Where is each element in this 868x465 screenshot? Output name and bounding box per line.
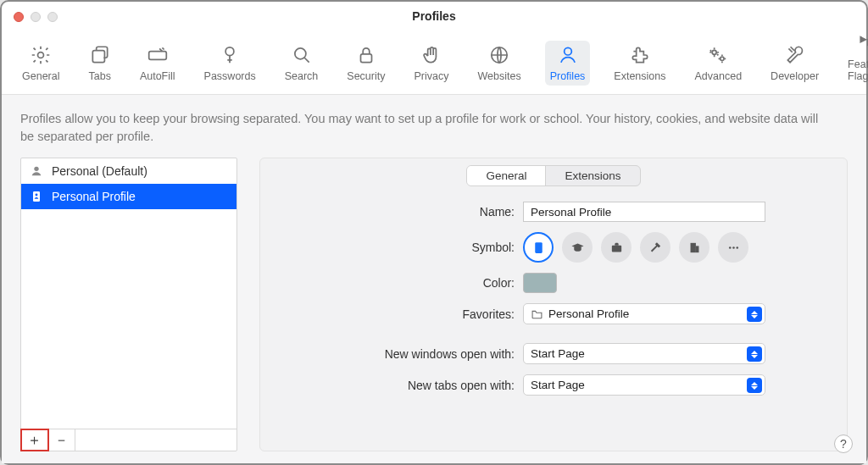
body-row: Personal (Default) Personal Profile ＋ － … xyxy=(20,158,848,451)
svg-rect-15 xyxy=(690,242,695,252)
color-swatch[interactable] xyxy=(523,273,557,293)
symbol-graduation[interactable] xyxy=(562,232,593,263)
content-area: Profiles allow you to keep your browsing… xyxy=(2,95,866,463)
chevron-up-down-icon xyxy=(747,346,762,362)
profile-name-input[interactable] xyxy=(523,202,765,222)
svg-rect-19 xyxy=(691,246,692,247)
svg-rect-20 xyxy=(693,246,694,247)
toolbar-tabs[interactable]: Tabs xyxy=(83,41,115,86)
new-windows-label: New windows open with: xyxy=(277,347,515,361)
toolbar-privacy[interactable]: Privacy xyxy=(409,41,453,86)
svg-point-0 xyxy=(38,53,44,58)
add-profile-button[interactable]: ＋ xyxy=(21,429,48,451)
profiles-sidebar: Personal (Default) Personal Profile ＋ － xyxy=(20,158,237,451)
toolbar-profiles[interactable]: Profiles xyxy=(545,41,591,86)
profile-form: Name: Symbol: xyxy=(277,202,830,396)
toolbar-feature-flags[interactable]: Feature Flags xyxy=(843,29,868,86)
svg-rect-14 xyxy=(611,245,620,252)
person-icon xyxy=(557,44,579,66)
svg-point-9 xyxy=(721,57,724,60)
favorites-label: Favorites: xyxy=(277,307,515,321)
toolbar-passwords[interactable]: Passwords xyxy=(199,41,261,86)
toolbar-advanced[interactable]: Advanced xyxy=(690,41,748,86)
close-window-button[interactable] xyxy=(14,12,24,22)
briefcase-icon xyxy=(609,241,624,255)
color-label: Color: xyxy=(277,276,515,290)
svg-rect-11 xyxy=(33,191,40,202)
chevron-up-down-icon xyxy=(747,307,762,322)
tools-icon xyxy=(784,44,806,66)
svg-rect-16 xyxy=(695,246,698,252)
svg-point-23 xyxy=(736,246,738,249)
svg-point-12 xyxy=(36,194,38,197)
flags-icon xyxy=(855,32,868,54)
svg-rect-13 xyxy=(535,242,542,253)
new-tabs-label: New tabs open with: xyxy=(277,379,515,392)
svg-rect-5 xyxy=(360,54,371,63)
window-title: Profiles xyxy=(412,3,455,23)
minimize-window-button[interactable] xyxy=(31,12,41,22)
svg-rect-18 xyxy=(693,244,694,245)
building-icon xyxy=(687,241,702,255)
svg-point-22 xyxy=(732,246,735,249)
folder-icon xyxy=(531,309,543,319)
toolbar-developer[interactable]: Developer xyxy=(765,41,824,86)
hand-icon xyxy=(420,44,442,66)
svg-rect-1 xyxy=(92,51,104,63)
svg-point-8 xyxy=(712,50,716,54)
gears-icon xyxy=(707,44,729,66)
toolbar-security[interactable]: Security xyxy=(342,41,390,86)
zoom-window-button[interactable] xyxy=(47,12,58,22)
badge-icon xyxy=(531,241,546,255)
toolbar-extensions[interactable]: Extensions xyxy=(609,41,670,86)
name-label: Name: xyxy=(277,205,515,219)
profiles-description: Profiles allow you to keep your browsing… xyxy=(20,110,834,146)
symbol-badge[interactable] xyxy=(523,232,554,263)
symbol-briefcase[interactable] xyxy=(601,232,632,263)
sidebar-actions: ＋ － xyxy=(21,429,236,451)
profile-item-personal-default[interactable]: Personal (Default) xyxy=(21,158,236,184)
puzzle-icon xyxy=(629,44,651,66)
tabs-icon xyxy=(89,44,111,66)
profile-details: General Extensions Name: Symbol: xyxy=(259,158,848,451)
autofill-icon xyxy=(147,44,169,66)
toolbar-autofill[interactable]: AutoFill xyxy=(135,41,181,86)
toolbar-search[interactable]: Search xyxy=(280,41,324,86)
svg-rect-17 xyxy=(691,244,692,245)
symbol-hammer[interactable] xyxy=(640,232,670,263)
titlebar: Profiles xyxy=(2,2,866,24)
symbol-building[interactable] xyxy=(679,232,709,263)
svg-point-3 xyxy=(225,47,234,56)
new-tabs-select[interactable]: Start Page xyxy=(523,374,765,396)
svg-point-10 xyxy=(34,167,38,171)
tab-extensions[interactable]: Extensions xyxy=(546,166,639,185)
profiles-list: Personal (Default) Personal Profile xyxy=(21,158,236,429)
svg-point-7 xyxy=(564,47,571,55)
tab-general[interactable]: General xyxy=(467,166,546,185)
details-tabs: General Extensions xyxy=(277,165,830,186)
gear-icon xyxy=(30,44,52,66)
new-windows-select[interactable]: Start Page xyxy=(523,343,765,364)
help-button[interactable]: ? xyxy=(834,435,853,453)
badge-icon xyxy=(30,190,43,203)
toolbar-general[interactable]: General xyxy=(17,41,64,86)
svg-rect-2 xyxy=(148,52,166,60)
favorites-select[interactable]: Personal Profile xyxy=(523,303,765,324)
ellipsis-icon xyxy=(726,241,741,255)
toolbar-websites[interactable]: Websites xyxy=(472,41,526,86)
symbol-label: Symbol: xyxy=(277,241,515,254)
symbol-more[interactable] xyxy=(718,232,748,263)
lock-icon xyxy=(355,44,377,66)
graduation-cap-icon xyxy=(570,241,585,255)
svg-point-21 xyxy=(728,246,731,249)
key-icon xyxy=(219,44,241,66)
preferences-window: Profiles General Tabs AutoFill Passwords… xyxy=(0,0,868,465)
search-icon xyxy=(291,44,313,66)
window-controls xyxy=(14,12,58,22)
person-icon xyxy=(30,164,43,178)
profile-item-personal-profile[interactable]: Personal Profile xyxy=(21,184,236,209)
remove-profile-button[interactable]: － xyxy=(48,429,75,451)
symbol-picker xyxy=(523,232,748,263)
preferences-toolbar: General Tabs AutoFill Passwords Search S… xyxy=(2,24,866,95)
chevron-up-down-icon xyxy=(747,378,762,393)
